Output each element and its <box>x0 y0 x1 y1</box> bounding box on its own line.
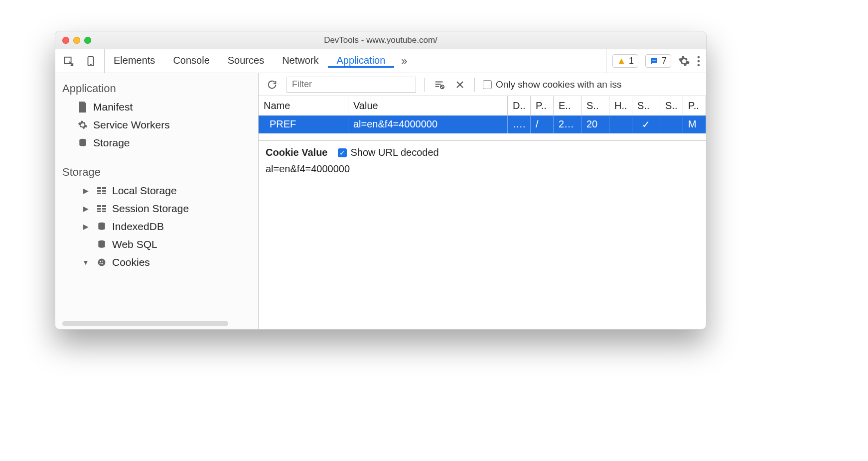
warnings-badge[interactable]: ▲ 1 <box>612 54 638 68</box>
minimize-window-button[interactable] <box>73 37 80 44</box>
col-httponly[interactable]: H.. <box>609 96 632 115</box>
svg-point-19 <box>100 261 101 262</box>
col-size[interactable]: S.. <box>581 96 609 115</box>
file-icon <box>77 102 88 113</box>
cookies-table: Name Value D.. P.. E.. S.. H.. S.. S.. P… <box>259 96 706 141</box>
cell-samesite <box>660 115 683 133</box>
sidebar-item-session-storage[interactable]: ▶ Session Storage <box>70 200 258 218</box>
tab-label: Network <box>282 55 318 66</box>
sidebar-item-label: Session Storage <box>112 203 189 215</box>
col-path[interactable]: P.. <box>531 96 554 115</box>
cell-expires: 2… <box>554 115 581 133</box>
sidebar-item-label: Cookies <box>112 256 150 268</box>
zoom-window-button[interactable] <box>84 37 91 44</box>
svg-point-22 <box>100 263 101 264</box>
sidebar-item-storage[interactable]: Storage <box>55 134 258 152</box>
sidebar-item-label: Manifest <box>93 101 133 113</box>
devtools-toolbar: Elements Console Sources Network Applica… <box>55 49 706 73</box>
expand-icon[interactable]: ▶ <box>80 203 91 214</box>
kebab-icon <box>697 56 700 67</box>
svg-point-5 <box>698 60 700 62</box>
sidebar-item-label: IndexedDB <box>112 221 164 232</box>
tab-elements[interactable]: Elements <box>105 55 164 68</box>
inspect-element-icon[interactable] <box>62 55 75 68</box>
svg-point-6 <box>698 64 700 66</box>
checkbox-checked-icon: ✓ <box>338 148 347 157</box>
cookies-panel: Only show cookies with an iss Name Value… <box>259 73 706 329</box>
panel-tabs: Elements Console Sources Network Applica… <box>105 49 414 73</box>
cell-priority: M <box>683 115 706 133</box>
sidebar-item-label: Service Workers <box>93 119 170 131</box>
messages-count: 7 <box>662 56 667 66</box>
tab-network[interactable]: Network <box>273 55 327 68</box>
svg-line-27 <box>441 86 443 88</box>
sidebar-item-web-sql[interactable]: ▶ Web SQL <box>70 235 258 253</box>
grid-icon <box>96 185 107 196</box>
decode-label: Show URL decoded <box>351 147 439 158</box>
settings-button[interactable] <box>678 55 690 67</box>
sidebar-item-label: Local Storage <box>112 185 177 197</box>
warnings-count: 1 <box>629 56 634 66</box>
col-domain[interactable]: D.. <box>508 96 531 115</box>
cell-name: PREF <box>259 115 348 133</box>
tab-overflow-button[interactable]: » <box>394 55 414 68</box>
collapse-icon[interactable]: ▼ <box>80 257 91 268</box>
devtools-window: DevTools - www.youtube.com/ Elements Con… <box>55 31 707 330</box>
filter-input[interactable] <box>287 77 416 93</box>
application-sidebar[interactable]: Application Manifest Service Workers Sto… <box>55 73 259 329</box>
sidebar-item-service-workers[interactable]: Service Workers <box>55 116 258 134</box>
tab-console[interactable]: Console <box>164 55 218 68</box>
messages-badge[interactable]: 7 <box>645 54 671 68</box>
sidebar-item-label: Storage <box>93 137 130 149</box>
close-window-button[interactable] <box>62 37 69 44</box>
refresh-button[interactable] <box>266 78 279 91</box>
cell-domain: …. <box>508 115 531 133</box>
cell-value: al=en&f4=4000000 <box>348 115 508 133</box>
col-samesite[interactable]: S.. <box>660 96 683 115</box>
col-priority[interactable]: P.. <box>683 96 706 115</box>
message-icon <box>650 57 659 66</box>
grid-icon <box>96 203 107 214</box>
svg-point-21 <box>102 263 103 264</box>
col-secure[interactable]: S.. <box>632 96 660 115</box>
table-row[interactable]: PREF al=en&f4=4000000 …. / 2… 20 ✓ M <box>259 115 706 133</box>
window-title: DevTools - www.youtube.com/ <box>55 35 706 45</box>
decode-toggle[interactable]: ✓ Show URL decoded <box>338 147 439 158</box>
sidebar-item-local-storage[interactable]: ▶ Local Storage <box>70 182 258 200</box>
col-value[interactable]: Value <box>348 96 508 115</box>
tab-label: Sources <box>228 55 264 66</box>
tab-label: Console <box>173 55 209 66</box>
only-issues-toggle[interactable]: Only show cookies with an iss <box>483 79 621 90</box>
sidebar-item-manifest[interactable]: Manifest <box>55 98 258 116</box>
cell-secure: ✓ <box>632 115 660 133</box>
tab-application[interactable]: Application <box>328 55 395 68</box>
svg-rect-11 <box>101 187 102 194</box>
titlebar: DevTools - www.youtube.com/ <box>55 31 706 49</box>
svg-point-20 <box>102 260 103 261</box>
chevron-right-icon: » <box>401 55 407 68</box>
tab-label: Application <box>337 55 386 66</box>
more-options-button[interactable] <box>697 56 700 67</box>
svg-rect-15 <box>101 205 102 212</box>
sidebar-group-title: Application <box>55 77 258 98</box>
cell-size: 20 <box>581 115 609 133</box>
sidebar-item-indexeddb[interactable]: ▶ IndexedDB <box>70 218 258 235</box>
clear-all-button[interactable] <box>433 78 445 91</box>
col-expires[interactable]: E.. <box>554 96 581 115</box>
svg-point-4 <box>698 56 700 58</box>
cookie-icon <box>96 257 107 268</box>
table-row[interactable] <box>259 133 706 140</box>
detail-title: Cookie Value <box>266 147 328 158</box>
expand-icon[interactable]: ▶ <box>80 221 91 232</box>
filter-toolbar: Only show cookies with an iss <box>259 73 706 96</box>
sidebar-item-cookies[interactable]: ▼ Cookies <box>70 253 258 271</box>
sidebar-group-title: Storage <box>55 161 258 182</box>
refresh-icon <box>267 79 278 90</box>
tab-sources[interactable]: Sources <box>219 55 273 68</box>
separator <box>474 78 475 92</box>
delete-button[interactable] <box>453 78 466 91</box>
database-icon <box>96 221 107 232</box>
col-name[interactable]: Name <box>259 96 348 115</box>
device-toggle-icon[interactable] <box>84 55 97 68</box>
expand-icon[interactable]: ▶ <box>80 185 91 196</box>
